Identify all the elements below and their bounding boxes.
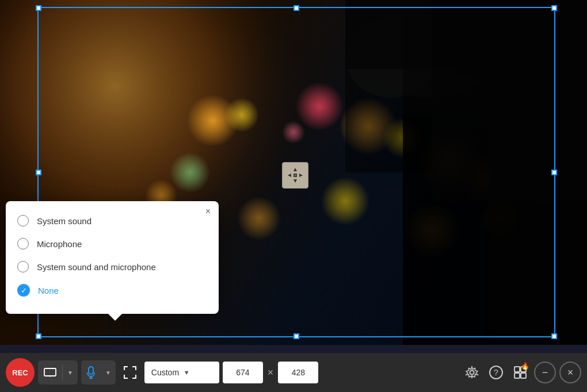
audio-option-none[interactable]: ✓ None [17, 278, 207, 302]
close-icon: × [567, 367, 574, 379]
help-icon: ? [489, 366, 503, 379]
label-system-mic: System sound and microphone [37, 262, 156, 272]
close-button[interactable]: × [559, 362, 581, 383]
svg-rect-7 [432, 0, 587, 201]
radio-system-mic[interactable] [17, 261, 29, 272]
svg-marker-8 [294, 168, 297, 171]
screen-icon [44, 368, 56, 377]
custom-dropdown[interactable]: Custom ▼ [144, 362, 219, 383]
mic-icon [87, 366, 95, 379]
svg-rect-24 [521, 373, 526, 378]
move-cursor-icon[interactable] [282, 162, 308, 189]
label-microphone: Microphone [37, 239, 82, 249]
screen-capture-group: ▼ [38, 360, 78, 385]
move-arrows-svg [287, 167, 304, 184]
svg-rect-23 [514, 373, 520, 378]
label-none: None [38, 286, 59, 295]
dropdown-arrow-icon: ▼ [184, 369, 212, 376]
svg-marker-10 [288, 174, 291, 177]
dimension-separator: × [266, 367, 275, 379]
width-input[interactable] [223, 362, 263, 383]
check-icon-none: ✓ [17, 284, 30, 297]
rec-button[interactable]: REC [6, 358, 35, 387]
audio-option-system-mic[interactable]: System sound and microphone [17, 255, 207, 278]
custom-dropdown-label: Custom [151, 368, 180, 377]
svg-point-13 [294, 174, 296, 176]
label-system-sound: System sound [37, 216, 92, 226]
audio-popup: × System sound Microphone System sound a… [6, 201, 219, 314]
layout-button[interactable]: 🔥 [510, 360, 531, 385]
fullscreen-icon [124, 366, 136, 379]
toolbar: REC ▼ ▼ [0, 353, 587, 392]
mic-dropdown-arrow[interactable]: ▼ [101, 360, 116, 385]
mic-group: ▼ [81, 360, 116, 385]
fullscreen-button[interactable] [119, 360, 141, 385]
height-input[interactable] [278, 362, 318, 383]
radio-system-sound[interactable] [17, 215, 29, 226]
screen-button[interactable] [38, 360, 62, 385]
svg-marker-9 [294, 179, 297, 183]
svg-point-20 [470, 371, 474, 375]
popup-close-button[interactable]: × [205, 207, 211, 216]
screen-dropdown-arrow[interactable]: ▼ [63, 360, 78, 385]
svg-rect-14 [44, 368, 56, 376]
minimize-icon: − [542, 367, 548, 379]
svg-marker-11 [299, 174, 303, 177]
audio-option-microphone[interactable]: Microphone [17, 232, 207, 255]
mic-button[interactable] [81, 360, 101, 385]
settings-icon [465, 366, 479, 379]
audio-option-system-sound[interactable]: System sound [17, 209, 207, 232]
minimize-button[interactable]: − [534, 362, 556, 383]
settings-button[interactable] [462, 360, 482, 385]
radio-microphone[interactable] [17, 238, 29, 249]
help-button[interactable]: ? [486, 360, 506, 385]
svg-rect-21 [514, 367, 520, 372]
svg-rect-17 [89, 367, 93, 374]
